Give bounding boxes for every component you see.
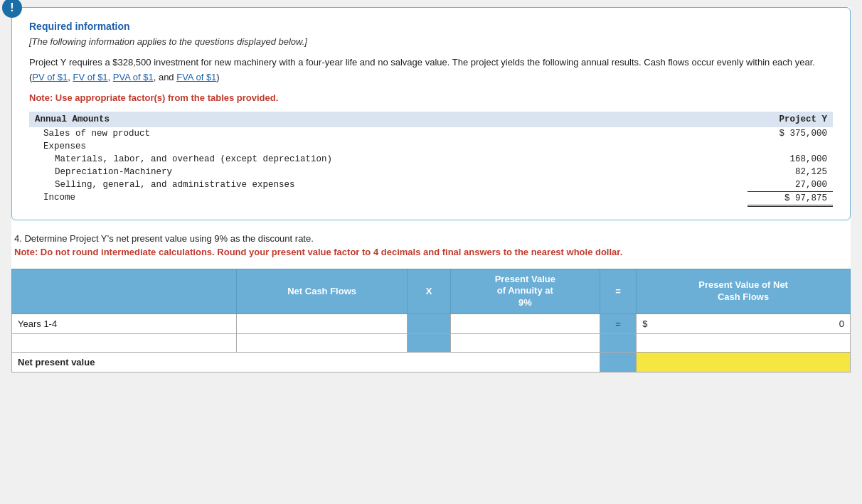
row-label: Materials, labor, and overhead (except d… [29,153,747,166]
fv-link[interactable]: FV of $1 [73,72,107,82]
table-row: Depreciation-Machinery 82,125 [29,166,833,178]
th-pv-net-cash-flows: Present Value of NetCash Flows [637,269,851,314]
section4-note: Note: Do not round intermediate calculat… [14,247,848,257]
empty-ncf[interactable] [236,334,408,353]
info-icon: ! [2,0,22,18]
info-title: Required information [29,21,833,32]
pva-input[interactable] [451,317,600,331]
table-row-income: Income $ 97,875 [29,191,833,205]
annual-table: Annual Amounts Project Y Sales of new pr… [29,112,833,207]
years-label-cell: Years 1-4 [12,314,237,334]
th-x-symbol: X [408,269,450,314]
fva-link[interactable]: FVA of $1 [176,72,216,82]
pvncf-cell: $ 0 [637,314,851,334]
net-cash-flow-input[interactable] [237,317,408,331]
info-note: Note: Use appropriate factor(s) from the… [29,92,833,103]
info-box: ! Required information [The following in… [11,7,851,220]
table-row: Expenses [29,140,833,153]
npv-table-header-row: Net Cash Flows X Present Valueof Annuity… [12,269,851,314]
row-label: Selling, general, and administrative exp… [29,178,747,192]
row-label: Depreciation-Machinery [29,166,747,178]
row-value [747,140,833,153]
th-label [12,269,237,314]
npv-value-input[interactable] [637,355,850,369]
empty-pvncf[interactable] [637,334,851,353]
npv-label-cell: Net present value [12,353,600,372]
npv-value-cell[interactable] [637,353,851,372]
table-row: Sales of new product $ 375,000 [29,127,833,140]
info-subtitle: [The following information applies to th… [29,36,833,47]
table-row: Materials, labor, and overhead (except d… [29,153,833,166]
eq-cell: = [600,314,637,334]
annual-table-header-label: Annual Amounts [29,112,747,127]
pva-link[interactable]: PVA of $1 [113,72,154,82]
pva-cell[interactable] [450,314,600,334]
section4-title: 4. Determine Project Y’s net present val… [14,233,848,244]
npv-footer-row: Net present value [12,353,851,372]
table-row: Selling, general, and administrative exp… [29,178,833,192]
info-body-text: Project Y requires a $328,500 investment… [29,57,815,82]
empty-label [12,334,237,353]
section4: 4. Determine Project Y’s net present val… [11,233,851,257]
row-label-income: Income [29,191,747,205]
annual-table-header-value: Project Y [747,112,833,127]
row-value: $ 375,000 [747,127,833,140]
empty-pva [450,334,600,353]
empty-x [408,334,450,353]
empty-row [12,334,851,353]
npv-table: Net Cash Flows X Present Valueof Annuity… [11,269,851,373]
pv-link[interactable]: PV of $1 [32,72,68,82]
npv-table-wrapper: Net Cash Flows X Present Valueof Annuity… [11,269,851,373]
row-value-income: $ 97,875 [747,191,833,205]
empty-pvncf-input[interactable] [637,336,850,350]
row-label: Sales of new product [29,127,747,140]
row-label: Expenses [29,140,747,153]
info-body: Project Y requires a $328,500 investment… [29,55,833,85]
pvncf-value: 0 [650,318,844,329]
npv-eq-cell [600,353,637,372]
th-net-cash-flows: Net Cash Flows [236,269,408,314]
dollar-sign: $ [642,318,647,329]
net-cash-flow-cell[interactable] [236,314,408,334]
th-pv-annuity: Present Valueof Annuity at9% [450,269,600,314]
empty-ncf-input[interactable] [237,336,408,350]
row-value: 168,000 [747,153,833,166]
empty-eq [600,334,637,353]
years-1-4-row: Years 1-4 = $ 0 [12,314,851,334]
row-value: 27,000 [747,178,833,192]
row-value: 82,125 [747,166,833,178]
x-divider-cell [408,314,450,334]
th-eq-symbol: = [600,269,637,314]
